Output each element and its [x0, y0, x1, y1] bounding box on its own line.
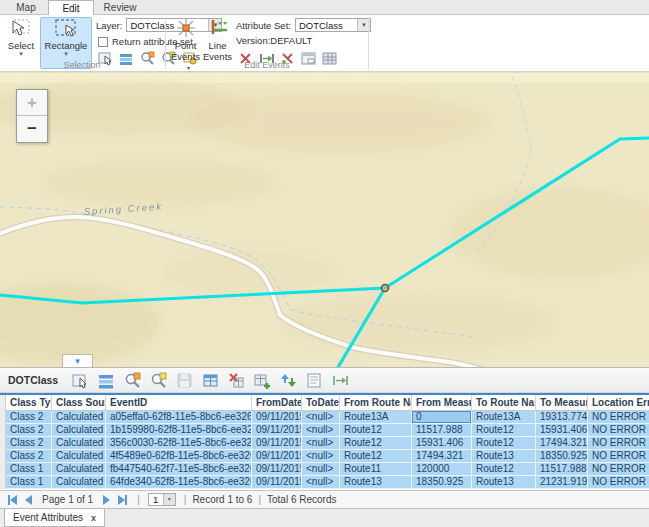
table-cell[interactable]: Calculated: [52, 411, 106, 423]
pan-to-selected-icon[interactable]: [150, 372, 167, 389]
attributes-window-icon[interactable]: [306, 372, 323, 389]
rectangle-dropdown-caret-icon[interactable]: ▾: [64, 51, 68, 56]
table-row[interactable]: Class 2Calculated1b159980-62f8-11e5-8bc6…: [6, 424, 649, 437]
line-events-button[interactable]: Line Events: [202, 17, 233, 65]
table-cell[interactable]: Route13: [472, 476, 536, 488]
table-row[interactable]: Class 1Calculatedfb447540-62f7-11e5-8bc6…: [6, 463, 649, 476]
table-cell[interactable]: 09/11/2015: [252, 463, 302, 475]
column-header[interactable]: Class Source: [52, 395, 106, 410]
table-cell[interactable]: Route12: [472, 463, 536, 475]
table-row[interactable]: Class 2Calculated356c0030-62f8-11e5-8bc6…: [6, 437, 649, 450]
attribute-set-combobox[interactable]: DOTClass ▾: [295, 18, 371, 32]
table-cell[interactable]: Calculated: [52, 476, 106, 488]
table-cell[interactable]: <null>: [302, 450, 340, 462]
table-cell[interactable]: <null>: [302, 411, 340, 423]
previous-page-button[interactable]: [25, 495, 32, 505]
column-header[interactable]: Class Type: [6, 395, 52, 410]
table-cell[interactable]: <null>: [302, 476, 340, 488]
table-cell[interactable]: NO ERROR: [588, 450, 649, 462]
table-cell[interactable]: 09/11/2015: [252, 437, 302, 449]
table-cell[interactable]: Calculated: [52, 463, 106, 475]
table-cell[interactable]: Route12: [340, 437, 412, 449]
delete-records-icon[interactable]: [228, 372, 245, 389]
table-cell[interactable]: 17494.321: [536, 437, 588, 449]
table-cell[interactable]: 19313.774: [536, 411, 588, 423]
close-tab-icon[interactable]: x: [91, 513, 96, 523]
table-cell[interactable]: Calculated: [52, 450, 106, 462]
table-cell[interactable]: NO ERROR: [588, 411, 649, 423]
tab-event-attributes[interactable]: Event Attributes x: [4, 509, 105, 527]
table-view-icon[interactable]: [202, 372, 219, 389]
table-cell[interactable]: Class 2: [6, 437, 52, 449]
table-row[interactable]: Class 2Calculateda05effa0-62f8-11e5-8bc6…: [6, 411, 649, 424]
table-cell[interactable]: 17494.321: [412, 450, 472, 462]
table-cell[interactable]: 0: [412, 411, 472, 423]
table-cell[interactable]: <null>: [302, 463, 340, 475]
panel-collapse-button[interactable]: ▼: [62, 354, 93, 367]
table-cell[interactable]: NO ERROR: [588, 476, 649, 488]
table-cell[interactable]: Route13: [340, 476, 412, 488]
last-page-button[interactable]: [118, 495, 127, 505]
table-cell[interactable]: Route13A: [340, 411, 412, 423]
table-cell[interactable]: a05effa0-62f8-11e5-8bc6-ee32641d5ec9: [106, 411, 252, 423]
table-row[interactable]: Class 1Calculated64fde340-62f8-11e5-8bc6…: [6, 476, 649, 489]
column-header[interactable]: To Measure: [536, 395, 588, 410]
tab-edit[interactable]: Edit: [48, 0, 94, 15]
zoom-to-selected-icon[interactable]: [124, 372, 141, 389]
table-cell[interactable]: Calculated: [52, 424, 106, 436]
column-header[interactable]: To Route Name: [472, 395, 536, 410]
sort-records-icon[interactable]: [280, 372, 297, 389]
table-cell[interactable]: 356c0030-62f8-11e5-8bc6-ee32641d5ec9: [106, 437, 252, 449]
table-cell[interactable]: Class 2: [6, 450, 52, 462]
table-cell[interactable]: Route12: [340, 450, 412, 462]
table-cell[interactable]: 11517.988: [536, 463, 588, 475]
map-view[interactable]: Spring Creek + − ▼: [0, 72, 649, 367]
table-cell[interactable]: 21231.919: [536, 476, 588, 488]
table-cell[interactable]: 09/11/2015: [252, 450, 302, 462]
column-header[interactable]: FromDate: [252, 395, 302, 410]
return-attribute-set-checkbox[interactable]: [98, 37, 108, 47]
append-records-icon[interactable]: [254, 372, 271, 389]
zoom-out-button[interactable]: −: [17, 116, 47, 142]
table-cell[interactable]: 18350.925: [536, 450, 588, 462]
column-header[interactable]: From Route Name: [340, 395, 412, 410]
column-header[interactable]: Location Error: [588, 395, 649, 410]
point-events-button[interactable]: Point Events: [170, 17, 201, 65]
column-header[interactable]: EventID: [106, 395, 252, 410]
column-header[interactable]: ToDate: [302, 395, 340, 410]
table-cell[interactable]: Class 1: [6, 463, 52, 475]
select-dropdown-caret-icon[interactable]: ▾: [19, 51, 23, 56]
table-cell[interactable]: 09/11/2015: [252, 411, 302, 423]
table-row[interactable]: Class 2Calculated4f5489e0-62f8-11e5-8bc6…: [6, 450, 649, 463]
tab-review[interactable]: Review: [98, 0, 142, 15]
table-cell[interactable]: 64fde340-62f8-11e5-8bc6-ee32641d5ec9: [106, 476, 252, 488]
zoom-in-button[interactable]: +: [17, 90, 47, 116]
table-cell[interactable]: 09/11/2015: [252, 424, 302, 436]
table-cell[interactable]: Route12: [472, 437, 536, 449]
table-cell[interactable]: NO ERROR: [588, 437, 649, 449]
table-cell[interactable]: Route13: [472, 450, 536, 462]
table-cell[interactable]: Route13A: [472, 411, 536, 423]
page-number-combobox[interactable]: 1 ▾: [148, 493, 176, 506]
table-cell[interactable]: NO ERROR: [588, 463, 649, 475]
table-cell[interactable]: <null>: [302, 424, 340, 436]
table-cell[interactable]: Route12: [340, 424, 412, 436]
page-number-caret-icon[interactable]: ▾: [163, 494, 175, 505]
selected-rows-icon[interactable]: [98, 372, 115, 389]
table-cell[interactable]: 11517.988: [412, 424, 472, 436]
table-cell[interactable]: 09/11/2015: [252, 476, 302, 488]
table-cell[interactable]: Route11: [340, 463, 412, 475]
tab-map[interactable]: Map: [8, 0, 44, 15]
table-cell[interactable]: Class 2: [6, 424, 52, 436]
table-cell[interactable]: 4f5489e0-62f8-11e5-8bc6-ee32641d5ec9: [106, 450, 252, 462]
table-cell[interactable]: fb447540-62f7-11e5-8bc6-ee32641d5ec9: [106, 463, 252, 475]
next-page-button[interactable]: [103, 495, 110, 505]
table-cell[interactable]: 15931.406: [412, 437, 472, 449]
table-cell[interactable]: Calculated: [52, 437, 106, 449]
column-header[interactable]: From Measure: [412, 395, 472, 410]
select-records-icon[interactable]: [72, 372, 89, 389]
first-page-button[interactable]: [8, 495, 17, 505]
table-cell[interactable]: Route12: [472, 424, 536, 436]
table-cell[interactable]: Class 1: [6, 476, 52, 488]
table-cell[interactable]: 15931.406: [536, 424, 588, 436]
